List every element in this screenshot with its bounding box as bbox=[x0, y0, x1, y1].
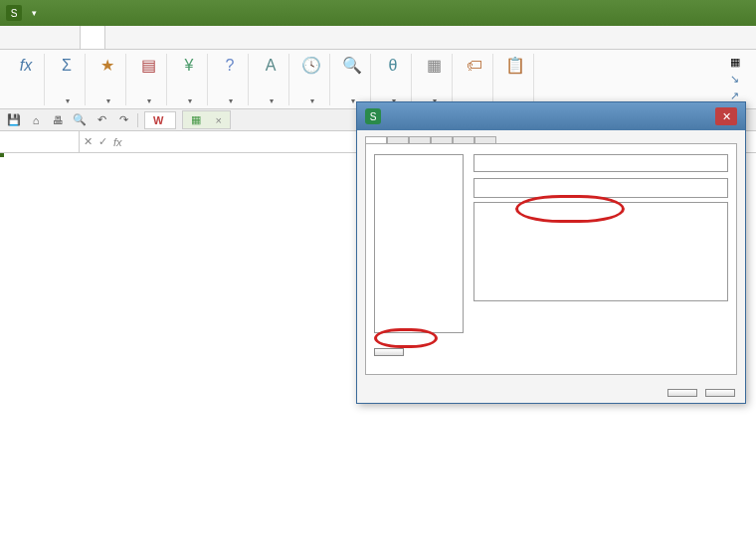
separator bbox=[137, 113, 138, 127]
paste-icon: 📋 bbox=[503, 54, 527, 78]
format-list[interactable] bbox=[473, 202, 728, 301]
tag-icon: 🏷 bbox=[463, 54, 486, 78]
more-icon: ▦ bbox=[422, 54, 446, 78]
tab-font[interactable] bbox=[409, 136, 431, 143]
math-icon: θ bbox=[381, 54, 405, 78]
name-box[interactable] bbox=[0, 131, 80, 152]
btn-trace-precedents[interactable]: ↘ bbox=[726, 72, 748, 87]
chevron-down-icon: ▾ bbox=[351, 96, 355, 105]
book-icon: ▤ bbox=[136, 54, 160, 78]
chevron-down-icon: ▾ bbox=[270, 96, 274, 105]
wps-logo-icon: W bbox=[153, 114, 163, 126]
clock-icon: 🕓 bbox=[299, 54, 323, 78]
dialog-body bbox=[365, 143, 737, 375]
tab-data[interactable] bbox=[105, 26, 129, 49]
lookup-icon: 🔍 bbox=[340, 54, 364, 78]
group-lookup[interactable]: 🔍 ▾ bbox=[334, 54, 371, 105]
type-input[interactable] bbox=[473, 178, 728, 198]
cancel-fx-icon[interactable]: ✕ bbox=[84, 135, 93, 148]
chevron-down-icon: ▾ bbox=[229, 96, 233, 105]
tab-protect[interactable] bbox=[474, 136, 496, 143]
group-insert-fn[interactable]: fx bbox=[8, 54, 45, 105]
delete-button[interactable] bbox=[374, 348, 404, 356]
app-menu-dropdown-icon[interactable]: ▾ bbox=[32, 8, 37, 18]
cancel-button[interactable] bbox=[705, 389, 735, 397]
star-icon: ★ bbox=[95, 54, 119, 78]
tab-align[interactable] bbox=[387, 136, 409, 143]
ribbon-body: fx Σ ▾ ★ ▾ ▤ ▾ ¥ ▾ ? ▾ A ▾ 🕓 ▾ 🔍 ▾ θ ▾ ▦… bbox=[0, 50, 756, 109]
group-autosum[interactable]: Σ ▾ bbox=[49, 54, 86, 105]
sigma-icon: Σ bbox=[55, 54, 79, 78]
doc-tab-mywps[interactable]: W bbox=[144, 111, 176, 129]
tab-number[interactable] bbox=[365, 136, 387, 143]
undo-icon[interactable]: ↶ bbox=[94, 112, 109, 128]
group-text[interactable]: A ▾ bbox=[253, 54, 289, 105]
group-paste[interactable]: 📋 bbox=[497, 54, 534, 105]
formula-buttons: ✕ ✓ fx bbox=[80, 131, 126, 152]
doc-tab-file[interactable]: ▦× bbox=[182, 110, 230, 129]
close-tab-icon[interactable]: × bbox=[215, 114, 221, 126]
group-math[interactable]: θ ▾ bbox=[375, 54, 412, 105]
redo-icon[interactable]: ↷ bbox=[115, 112, 131, 128]
tab-pattern[interactable] bbox=[453, 136, 474, 143]
chevron-down-icon: ▾ bbox=[66, 96, 70, 105]
tab-start[interactable] bbox=[8, 26, 32, 49]
chevron-down-icon: ▾ bbox=[147, 96, 151, 105]
preview-icon[interactable]: 🔍 bbox=[72, 112, 88, 128]
tab-cloud[interactable] bbox=[201, 26, 225, 49]
tab-layout[interactable] bbox=[56, 26, 80, 49]
logic-icon: ? bbox=[218, 54, 242, 78]
fx-icon: fx bbox=[14, 54, 38, 78]
finance-icon: ¥ bbox=[177, 54, 201, 78]
dialog-app-icon: S bbox=[365, 108, 381, 124]
tab-dev[interactable] bbox=[177, 26, 201, 49]
window-titlebar: S ▾ bbox=[0, 0, 756, 26]
accept-fx-icon[interactable]: ✓ bbox=[98, 135, 107, 148]
group-name-mgr[interactable]: 🏷 bbox=[457, 54, 493, 105]
tab-view[interactable] bbox=[153, 26, 177, 49]
group-finance[interactable]: ¥ ▾ bbox=[171, 54, 208, 105]
btn-assign[interactable]: ▦ bbox=[726, 55, 748, 70]
cell-format-dialog: S ✕ bbox=[356, 101, 746, 404]
ribbon-tabstrip bbox=[0, 26, 756, 50]
chevron-down-icon: ▾ bbox=[106, 96, 110, 105]
dialog-footer bbox=[357, 383, 745, 403]
sample-box bbox=[473, 154, 728, 172]
ribbon-right-panel: ▦ ↘ ↗ bbox=[726, 55, 748, 103]
close-button[interactable]: ✕ bbox=[715, 107, 737, 125]
group-logic[interactable]: ? ▾ bbox=[212, 54, 249, 105]
selection-marquee bbox=[0, 153, 4, 157]
save-icon[interactable]: 💾 bbox=[6, 112, 22, 128]
trace-prec-icon: ↘ bbox=[730, 73, 739, 86]
tab-formula[interactable] bbox=[80, 26, 105, 49]
dialog-titlebar[interactable]: S ✕ bbox=[357, 102, 745, 130]
ok-button[interactable] bbox=[667, 389, 697, 397]
tab-insert[interactable] bbox=[32, 26, 56, 49]
sheet-icon: ▦ bbox=[191, 113, 201, 126]
assign-icon: ▦ bbox=[730, 56, 740, 69]
category-list[interactable] bbox=[374, 154, 464, 333]
tab-border[interactable] bbox=[431, 136, 453, 143]
close-icon: ✕ bbox=[722, 110, 731, 123]
group-datetime[interactable]: 🕓 ▾ bbox=[293, 54, 330, 105]
home-icon[interactable]: ⌂ bbox=[28, 112, 44, 128]
app-icon: S bbox=[6, 5, 22, 21]
chevron-down-icon: ▾ bbox=[188, 96, 192, 105]
group-common-fn[interactable]: ★ ▾ bbox=[90, 54, 126, 105]
print-icon[interactable]: 🖶 bbox=[50, 112, 66, 128]
tab-review[interactable] bbox=[129, 26, 153, 49]
dialog-tabstrip bbox=[357, 130, 745, 143]
group-other[interactable]: ▦ ▾ bbox=[416, 54, 453, 105]
group-all-fn[interactable]: ▤ ▾ bbox=[130, 54, 167, 105]
chevron-down-icon: ▾ bbox=[310, 96, 314, 105]
fx-icon[interactable]: fx bbox=[113, 136, 122, 148]
text-icon: A bbox=[259, 54, 283, 78]
